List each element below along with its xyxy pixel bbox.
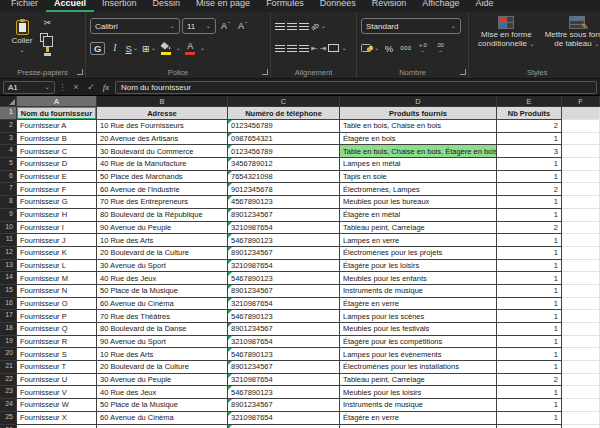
cell-F11[interactable]: [562, 234, 600, 247]
cell-A3[interactable]: Fournisseur B: [17, 133, 97, 146]
cell-F9[interactable]: [562, 209, 600, 222]
tab-dessin[interactable]: Dessin: [145, 0, 189, 12]
cell-A16[interactable]: Fournisseur O: [17, 298, 97, 311]
column-header-A[interactable]: A: [17, 96, 97, 107]
cell-C16[interactable]: 3210987654: [228, 298, 340, 311]
row-header-2[interactable]: 2: [0, 120, 17, 133]
cell-E6[interactable]: 1: [497, 171, 562, 184]
cell-A5[interactable]: Fournisseur D: [17, 158, 97, 171]
align-right-icon[interactable]: [299, 45, 309, 52]
row-header-3[interactable]: 3: [0, 133, 17, 146]
cell-C17[interactable]: 5467890123: [228, 310, 340, 323]
cell-B17[interactable]: 70 Rue des Théâtres: [97, 310, 228, 323]
cell-B14[interactable]: 40 Rue des Jeux: [97, 272, 228, 285]
cell-E12[interactable]: 1: [497, 247, 562, 260]
cell-A14[interactable]: Fournisseur M: [17, 272, 97, 285]
cell-C12[interactable]: 8901234567: [228, 247, 340, 260]
row-header-1[interactable]: 1: [0, 107, 17, 120]
cell-F8[interactable]: [562, 196, 600, 209]
increase-font-button[interactable]: Aˆ: [218, 17, 233, 35]
cell-C2[interactable]: 0123456789: [228, 120, 340, 133]
cell-E11[interactable]: 1: [497, 234, 562, 247]
cell-D26[interactable]: [340, 425, 497, 428]
cell-E9[interactable]: 1: [497, 209, 562, 222]
cell-A11[interactable]: Fournisseur J: [17, 234, 97, 247]
row-header-11[interactable]: 11: [0, 234, 17, 247]
cell-A19[interactable]: Fournisseur R: [17, 336, 97, 349]
cell-D21[interactable]: Électromènes pour les installations: [340, 361, 497, 374]
cell-A21[interactable]: Fournisseur T: [17, 361, 97, 374]
row-header-18[interactable]: 18: [0, 323, 17, 336]
column-header-E[interactable]: E: [497, 96, 562, 107]
cell-C26[interactable]: [228, 425, 340, 428]
format-painter-button[interactable]: [40, 45, 55, 58]
cell-D14[interactable]: Meubles pour les enfants: [340, 272, 497, 285]
cell-C8[interactable]: 4567890123: [228, 196, 340, 209]
cell-B2[interactable]: 10 Rue des Fournisseurs: [97, 120, 228, 133]
cell-B21[interactable]: 20 Boulevard de la Culture: [97, 361, 228, 374]
cell-E16[interactable]: 1: [497, 298, 562, 311]
cell-D6[interactable]: Tapis en soie: [340, 171, 497, 184]
cell-B25[interactable]: 60 Avenue du Cinéma: [97, 412, 228, 425]
row-header-17[interactable]: 17: [0, 310, 17, 323]
cell-D15[interactable]: Instruments de musique: [340, 285, 497, 298]
cell-F3[interactable]: [562, 133, 600, 146]
cell-C18[interactable]: 8901234567: [228, 323, 340, 336]
cell-E15[interactable]: 1: [497, 285, 562, 298]
merge-center-icon[interactable]: [328, 44, 339, 52]
cell-A4[interactable]: Fournisseur C: [17, 145, 97, 158]
cell-B10[interactable]: 90 Avenue du Peuple: [97, 222, 228, 235]
cell-F19[interactable]: [562, 336, 600, 349]
cell-A13[interactable]: Fournisseur L: [17, 260, 97, 273]
tab-accueil[interactable]: Accueil: [46, 0, 94, 12]
cell-D10[interactable]: Tableau peint, Carrelage: [340, 222, 497, 235]
cell-C15[interactable]: 8901234567: [228, 285, 340, 298]
cell-F7[interactable]: [562, 183, 600, 196]
bold-button[interactable]: G: [90, 42, 105, 55]
tab-données[interactable]: Données: [312, 0, 364, 12]
cell-F20[interactable]: [562, 348, 600, 361]
cell-A25[interactable]: Fournisseur X: [17, 412, 97, 425]
row-header-12[interactable]: 12: [0, 247, 17, 260]
format-as-table-button[interactable]: Mettre sous forme de tableau ⌄: [540, 15, 600, 49]
row-header-19[interactable]: 19: [0, 336, 17, 349]
conditional-formatting-button[interactable]: Mise en forme conditionnelle ⌄: [473, 15, 540, 49]
decrease-decimal-button[interactable]: .00→: [432, 39, 447, 57]
cell-C23[interactable]: 5467890123: [228, 386, 340, 399]
row-header-5[interactable]: 5: [0, 158, 17, 171]
column-header-C[interactable]: C: [228, 96, 340, 107]
align-bottom-icon[interactable]: [299, 23, 309, 30]
dialog-launcher-icon[interactable]: [77, 69, 83, 75]
cell-F22[interactable]: [562, 374, 600, 387]
cell-D5[interactable]: Lampes en métal: [340, 158, 497, 171]
decrease-font-button[interactable]: Aˇ: [235, 17, 250, 35]
cell-D20[interactable]: Lampes pour les événements: [340, 348, 497, 361]
cell-A15[interactable]: Fournisseur N: [17, 285, 97, 298]
cell-C22[interactable]: 3210987654: [228, 374, 340, 387]
orientation-button[interactable]: ab: [310, 21, 320, 31]
cell-E21[interactable]: 1: [497, 361, 562, 374]
percent-button[interactable]: %: [381, 39, 396, 57]
cell-F26[interactable]: [562, 425, 600, 428]
cell-F17[interactable]: [562, 310, 600, 323]
cell-E5[interactable]: 1: [497, 158, 562, 171]
align-top-icon[interactable]: [275, 23, 285, 30]
cell-F5[interactable]: [562, 158, 600, 171]
font-name-select[interactable]: Calibri ⌄: [90, 18, 180, 34]
row-header-13[interactable]: 13: [0, 260, 17, 273]
row-header-14[interactable]: 14: [0, 272, 17, 285]
cell-E26[interactable]: [497, 425, 562, 428]
row-header-4[interactable]: 4: [0, 145, 17, 158]
enter-icon[interactable]: ✓: [85, 82, 97, 92]
cell-B26[interactable]: [97, 425, 228, 428]
column-header-F[interactable]: F: [562, 96, 600, 107]
tab-mise-en-page[interactable]: Mise en page: [188, 0, 258, 12]
cell-B22[interactable]: 30 Avenue du Peuple: [97, 374, 228, 387]
cell-E13[interactable]: 1: [497, 260, 562, 273]
cell-E10[interactable]: 2: [497, 222, 562, 235]
cell-E3[interactable]: 1: [497, 133, 562, 146]
cell-B11[interactable]: 10 Rue des Arts: [97, 234, 228, 247]
row-header-26[interactable]: 26: [0, 425, 17, 428]
cell-F15[interactable]: [562, 285, 600, 298]
cell-B19[interactable]: 90 Avenue du Sport: [97, 336, 228, 349]
